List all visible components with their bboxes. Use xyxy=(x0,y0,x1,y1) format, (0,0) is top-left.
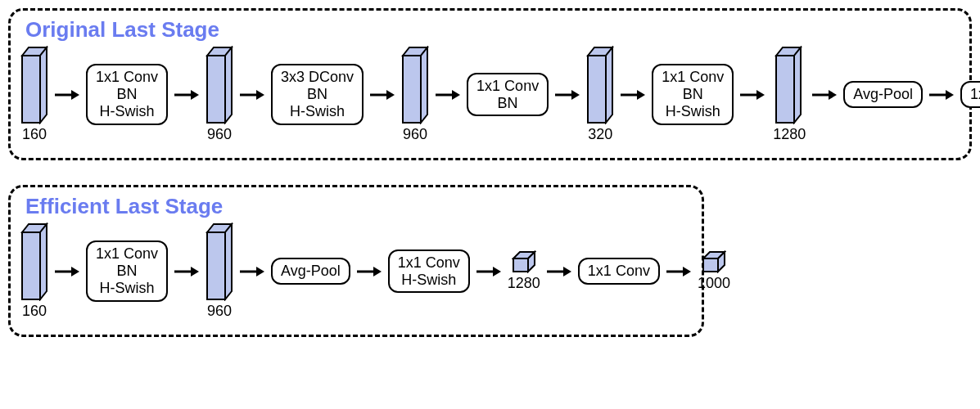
op-conv1x1-bn: 1x1 ConvBN xyxy=(467,73,549,116)
tensor-1280: 1280 xyxy=(771,46,806,143)
op-avgpool: Avg-Pool xyxy=(271,258,350,285)
op-label: 1x1 ConvH-Swish xyxy=(398,254,460,288)
efficient-stage-title: Efficient Last Stage xyxy=(25,194,692,219)
svg-marker-60 xyxy=(563,267,571,276)
tensor-960: 960 xyxy=(205,222,233,320)
channel-label: 160 xyxy=(20,303,47,320)
svg-marker-53 xyxy=(373,267,382,276)
arrow-icon xyxy=(174,87,199,103)
op-label: 1x1 Conv xyxy=(588,263,650,279)
cuboid-icon xyxy=(586,46,614,124)
cuboid-icon xyxy=(205,222,233,301)
svg-marker-63 xyxy=(703,258,718,272)
channel-label: 320 xyxy=(586,126,612,143)
tensor-1280: 1280 xyxy=(508,250,540,292)
svg-marker-14 xyxy=(403,56,421,123)
op-conv1x1: 1x1 Conv xyxy=(960,81,980,108)
arrow-icon xyxy=(55,263,79,280)
channel-label: 160 xyxy=(20,126,47,143)
svg-marker-40 xyxy=(22,232,40,299)
small-cuboid-icon xyxy=(702,250,726,273)
op-label: 1x1 ConvBNH-Swish xyxy=(662,69,724,119)
channel-label: 1280 xyxy=(771,126,806,143)
svg-marker-49 xyxy=(225,224,232,299)
svg-marker-11 xyxy=(256,90,264,100)
original-stage-title: Original Last Stage xyxy=(25,17,960,43)
op-label: 1x1 ConvBNH-Swish xyxy=(96,245,158,295)
arrow-icon xyxy=(240,87,264,103)
svg-marker-44 xyxy=(71,267,79,276)
arrow-icon xyxy=(666,263,691,280)
tensor-1000: 1000 xyxy=(698,250,730,292)
op-label: 1x1 ConvBN xyxy=(476,78,539,111)
svg-marker-27 xyxy=(756,90,765,100)
svg-marker-23 xyxy=(606,47,612,123)
svg-marker-62 xyxy=(683,267,691,276)
cuboid-icon xyxy=(775,46,802,124)
op-conv1x1: 1x1 Conv xyxy=(578,258,660,285)
op-label: 1x1 Conv xyxy=(970,86,980,102)
svg-marker-25 xyxy=(637,90,645,100)
svg-marker-0 xyxy=(22,56,40,123)
channel-label: 960 xyxy=(401,126,427,143)
op-conv1x1-bn-hswish: 1x1 ConvBNH-Swish xyxy=(86,240,168,301)
channel-label: 960 xyxy=(205,303,232,320)
svg-marker-34 xyxy=(946,90,954,100)
cuboid-icon xyxy=(205,46,233,124)
op-dconv3x3-bn-hswish: 3x3 DConvBNH-Swish xyxy=(271,64,364,124)
svg-marker-4 xyxy=(71,90,79,100)
op-label: 3x3 DConvBNH-Swish xyxy=(281,69,354,119)
op-label: Avg-Pool xyxy=(281,263,341,279)
svg-marker-28 xyxy=(776,56,794,123)
original-stage-panel: Original Last Stage 160 1x1 ConvBNH-Swis… xyxy=(8,8,972,160)
small-cuboid-icon xyxy=(512,250,536,273)
svg-marker-13 xyxy=(386,90,395,100)
svg-marker-18 xyxy=(452,90,460,100)
svg-marker-16 xyxy=(421,47,427,123)
channel-label: 1000 xyxy=(698,275,730,292)
arrow-icon xyxy=(357,263,382,280)
svg-marker-7 xyxy=(207,56,225,123)
tensor-960: 960 xyxy=(205,46,233,143)
arrow-icon xyxy=(621,87,645,103)
svg-marker-55 xyxy=(493,267,501,276)
op-label: Avg-Pool xyxy=(853,86,913,102)
op-label: 1x1 ConvBNH-Swish xyxy=(96,69,158,119)
channel-label: 960 xyxy=(205,126,232,143)
svg-marker-47 xyxy=(207,232,225,299)
op-conv1x1-bn-hswish-b: 1x1 ConvBNH-Swish xyxy=(652,64,734,124)
cuboid-icon xyxy=(20,46,48,124)
arrow-icon xyxy=(476,263,501,280)
op-conv1x1-hswish: 1x1 ConvH-Swish xyxy=(388,249,470,293)
svg-marker-30 xyxy=(794,47,801,123)
arrow-icon xyxy=(555,87,580,103)
svg-marker-46 xyxy=(191,267,199,276)
svg-marker-32 xyxy=(829,90,837,100)
arrow-icon xyxy=(436,87,460,103)
tensor-960-b: 960 xyxy=(401,46,429,143)
svg-marker-6 xyxy=(191,90,199,100)
original-flow: 160 1x1 ConvBNH-Swish 960 3x3 DConvBNH-S… xyxy=(20,46,960,143)
arrow-icon xyxy=(929,87,954,103)
channel-label: 1280 xyxy=(508,275,540,292)
svg-marker-56 xyxy=(513,258,528,272)
cuboid-icon xyxy=(20,222,48,301)
cuboid-icon xyxy=(401,46,429,124)
arrow-icon xyxy=(370,87,395,103)
svg-marker-51 xyxy=(256,267,264,276)
op-conv1x1-bn-hswish: 1x1 ConvBNH-Swish xyxy=(86,64,168,124)
svg-marker-9 xyxy=(225,47,232,123)
svg-marker-42 xyxy=(40,224,47,299)
arrow-icon xyxy=(174,263,199,280)
arrow-icon xyxy=(812,87,837,103)
op-avgpool: Avg-Pool xyxy=(843,81,923,108)
efficient-stage-panel: Efficient Last Stage 160 1x1 ConvBNH-Swi… xyxy=(8,185,704,337)
tensor-320: 320 xyxy=(586,46,614,143)
efficient-flow: 160 1x1 ConvBNH-Swish 960 Avg-Pool 1x1 C… xyxy=(20,222,692,320)
arrow-icon xyxy=(740,87,765,103)
tensor-160: 160 xyxy=(20,46,48,143)
tensor-160: 160 xyxy=(20,222,48,320)
arrow-icon xyxy=(547,263,571,280)
arrow-icon xyxy=(55,87,79,103)
arrow-icon xyxy=(240,263,264,280)
